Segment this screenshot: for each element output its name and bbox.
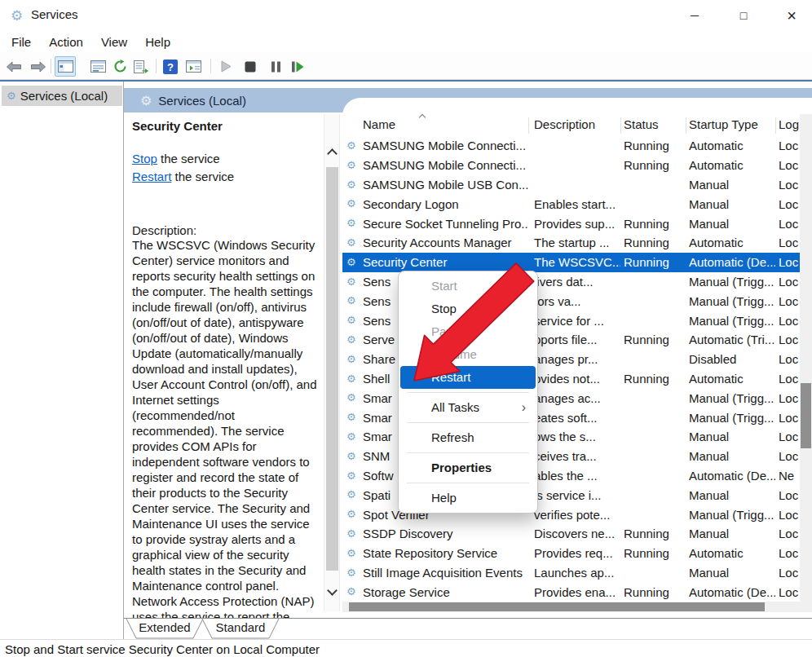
tab-extended-label: Extended	[126, 620, 204, 634]
service-description: anages pr...	[534, 352, 620, 366]
column-header-log-on-as[interactable]: Log	[779, 117, 800, 131]
service-log-on-as: Loc	[779, 352, 800, 366]
table-row[interactable]: ⚙Security Accounts ManagerThe startup ..…	[342, 233, 800, 253]
menu-action[interactable]: Action	[41, 33, 91, 51]
forward-icon[interactable]	[28, 56, 49, 77]
horizontal-scrollbar	[342, 602, 800, 612]
status-bar-text: Stop and Start service Security Center o…	[5, 642, 320, 656]
tab-standard[interactable]: Standard	[201, 619, 280, 639]
help-icon[interactable]: ?	[160, 56, 181, 77]
properties-window-icon[interactable]	[87, 56, 108, 77]
table-row[interactable]: ⚙State Repository ServiceProvides req...…	[342, 544, 800, 563]
menu-item-resume: Resume	[400, 343, 536, 366]
service-gear-icon: ⚙	[346, 217, 356, 229]
scroll-up-icon[interactable]	[327, 148, 338, 159]
column-header-startup-type[interactable]: Startup Type	[689, 117, 775, 131]
service-log-on-as: Ne	[779, 469, 800, 483]
maximize-button[interactable]: □	[725, 0, 762, 31]
service-startup-type: Manual (Trigg...	[689, 275, 775, 289]
service-gear-icon: ⚙	[346, 488, 356, 500]
table-row[interactable]: ⚙SAMSUNG Mobile Connecti...RunningAutoma…	[342, 136, 800, 156]
table-row[interactable]: ⚙Still Image Acquisition EventsLaunches …	[342, 563, 800, 583]
menu-file[interactable]: File	[3, 33, 39, 51]
service-startup-type: Manual (Trigg...	[689, 391, 775, 405]
menu-item-restart[interactable]: Restart	[400, 366, 536, 389]
restart-service-icon[interactable]	[287, 56, 308, 77]
service-status: Running	[624, 527, 686, 540]
table-row[interactable]: ⚙SAMSUNG Mobile USB Con...ManualLoc	[342, 175, 800, 195]
service-log-on-as: Loc	[779, 488, 800, 502]
menu-item-properties[interactable]: Properties	[400, 456, 536, 479]
header-label: Services (Local)	[158, 94, 246, 108]
tree-item-services-local[interactable]: ⚙ Services (Local)	[2, 86, 122, 106]
service-log-on-as: Loc	[779, 430, 800, 443]
menu-view[interactable]: View	[93, 33, 135, 51]
service-status: Running	[624, 372, 686, 386]
service-description: ceives tra...	[534, 449, 620, 463]
service-gear-icon: ⚙	[346, 508, 356, 520]
menu-help[interactable]: Help	[137, 33, 179, 51]
column-header-status[interactable]: Status	[624, 117, 686, 131]
show-console-tree-icon[interactable]	[55, 56, 76, 77]
table-row[interactable]: ⚙Secure Socket Tunneling Pro...Provides …	[342, 214, 800, 233]
column-header-description[interactable]: Description	[534, 117, 620, 131]
service-startup-type: Manual	[689, 217, 775, 231]
column-divider[interactable]	[528, 117, 529, 134]
service-log-on-as: Loc	[779, 158, 800, 172]
tab-standard-label: Standard	[201, 620, 280, 634]
column-divider[interactable]	[620, 117, 621, 134]
stop-service-icon[interactable]	[240, 56, 261, 77]
scroll-down-icon[interactable]	[327, 585, 338, 596]
table-row[interactable]: ⚙SSDP DiscoveryDiscovers ne...RunningMan…	[342, 524, 800, 544]
minimize-button[interactable]: ─	[676, 0, 713, 31]
service-log-on-as: Loc	[779, 585, 800, 599]
table-row[interactable]: ⚙Storage ServiceProvides ena...RunningAu…	[342, 582, 800, 602]
stop-service-link[interactable]: Stop	[132, 152, 157, 165]
horizontal-scrollbar-thumb[interactable]	[349, 602, 765, 611]
service-log-on-as: Loc	[779, 294, 800, 308]
title-bar: ⚙ Services ─ □ ×	[0, 0, 812, 31]
table-row[interactable]: ⚙SAMSUNG Mobile Connecti...RunningAutoma…	[342, 156, 800, 175]
restart-service-link[interactable]: Restart	[132, 170, 171, 183]
service-startup-type: Manual (Trigg...	[689, 294, 775, 308]
column-header-name[interactable]: Name	[363, 117, 526, 131]
menu-item-refresh[interactable]: Refresh	[400, 426, 536, 449]
pause-service-icon[interactable]	[265, 56, 286, 77]
close-button[interactable]: ×	[773, 0, 810, 31]
tab-extended[interactable]: Extended	[126, 619, 204, 639]
service-startup-type: Manual (Trigg...	[689, 314, 775, 328]
service-status: Running	[624, 139, 686, 152]
submenu-arrow-icon: ›	[522, 396, 526, 419]
service-log-on-as: Loc	[779, 314, 800, 328]
service-description: The WSCSVC...	[534, 255, 620, 269]
service-description: Discovers ne...	[534, 527, 620, 540]
export-list-icon[interactable]	[130, 56, 152, 77]
service-description: anages ac...	[534, 391, 620, 405]
scrollbar-thumb[interactable]	[326, 167, 338, 571]
toolbar: ?	[0, 52, 812, 80]
service-startup-type: Manual (Trigg...	[689, 411, 775, 425]
table-row[interactable]: ⚙Secondary LogonEnables start...ManualLo…	[342, 194, 800, 214]
start-service-icon[interactable]	[215, 56, 236, 77]
service-description: verifies pote...	[534, 508, 620, 522]
service-log-on-as: Loc	[779, 566, 800, 580]
service-log-on-as: Loc	[779, 197, 800, 211]
back-icon[interactable]	[3, 56, 24, 77]
menu-item-help[interactable]: Help	[400, 487, 536, 509]
service-gear-icon: ⚙	[346, 159, 356, 171]
vertical-scrollbar-thumb[interactable]	[801, 383, 811, 448]
menu-item-stop[interactable]: Stop	[400, 298, 536, 320]
service-startup-type: Automatic	[689, 372, 775, 386]
table-row-selected-security-center[interactable]: ⚙Security CenterThe WSCSVC...RunningAuto…	[342, 253, 800, 272]
service-name: Secondary Logon	[363, 197, 528, 211]
column-divider[interactable]	[686, 117, 686, 134]
service-gear-icon: ⚙	[346, 333, 356, 346]
service-startup-type: Manual	[689, 488, 775, 502]
service-startup-type: Automatic (Tri...	[689, 333, 775, 346]
service-gear-icon: ⚙	[346, 527, 356, 540]
refresh-icon[interactable]	[109, 56, 130, 77]
column-divider[interactable]	[775, 117, 776, 134]
menu-item-start: Start	[400, 275, 536, 298]
menu-item-all-tasks[interactable]: All Tasks›	[400, 396, 536, 419]
show-action-pane-icon[interactable]	[183, 56, 204, 77]
